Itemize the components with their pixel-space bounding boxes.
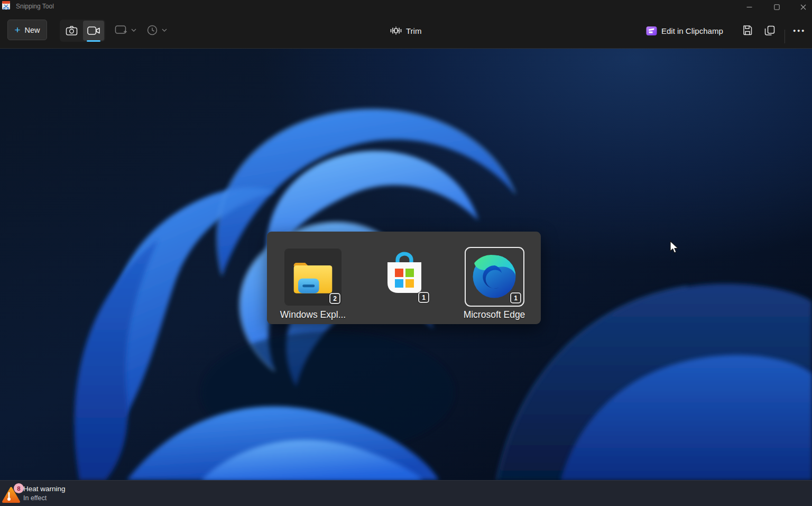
camera-icon <box>66 25 78 36</box>
photo-mode-button[interactable] <box>61 21 82 41</box>
video-mode-button[interactable] <box>83 21 104 41</box>
switcher-item-windows-explorer[interactable]: 2 <box>284 249 342 306</box>
snipping-tool-icon <box>2 1 11 11</box>
switcher-item-microsoft-edge[interactable]: 1 <box>465 247 524 307</box>
switcher-item-label: Windows Expl... <box>255 309 371 320</box>
close-icon <box>800 4 806 10</box>
trim-icon <box>390 25 402 36</box>
chevron-down-icon <box>131 29 136 32</box>
weather-widget[interactable]: 8 Heat warning In effect <box>0 481 111 506</box>
trim-button[interactable]: Trim <box>384 20 428 41</box>
snipping-toolbar: + New <box>0 13 812 49</box>
save-button[interactable] <box>738 21 757 40</box>
chevron-down-icon <box>162 29 167 32</box>
capture-mode-toggle <box>60 20 105 42</box>
edit-in-clipchamp-button[interactable]: Edit in Clipchamp <box>641 20 728 41</box>
copy-icon-button[interactable] <box>760 21 779 40</box>
clipchamp-icon <box>646 25 657 36</box>
plus-icon: + <box>14 25 20 35</box>
copy-icon <box>764 25 775 36</box>
trim-label: Trim <box>406 26 421 35</box>
close-button[interactable] <box>791 0 812 14</box>
ellipsis-icon: ●●● <box>793 28 806 33</box>
new-button-label: New <box>25 26 40 34</box>
snip-shape-dropdown[interactable] <box>115 24 136 36</box>
capture-preview: 2 Windows Expl... 1 <box>0 49 812 480</box>
minimize-button[interactable] <box>737 0 761 14</box>
window-count-badge: 1 <box>418 292 429 303</box>
save-icon <box>742 25 753 36</box>
delay-dropdown[interactable] <box>146 24 167 36</box>
weather-alert-badge: 8 <box>14 483 24 493</box>
minimize-icon <box>746 4 752 10</box>
weather-title: Heat warning <box>23 485 66 493</box>
switcher-item-label: Microsoft Edge <box>436 309 552 320</box>
app-switcher-overlay: 2 Windows Expl... 1 <box>267 232 541 324</box>
video-camera-icon <box>87 26 100 35</box>
window-count-badge: 2 <box>329 293 340 304</box>
window-count-badge: 1 <box>510 292 521 303</box>
taskbar: 8 Heat warning In effect <box>0 480 812 506</box>
file-explorer-icon <box>292 260 334 295</box>
maximize-icon <box>774 4 780 10</box>
weather-subtitle: In effect <box>23 494 47 502</box>
titlebar: Snipping Tool <box>0 0 812 13</box>
switcher-item-microsoft-store[interactable]: 1 <box>379 252 430 302</box>
more-options-button[interactable]: ●●● <box>790 21 809 40</box>
toolbar-divider <box>785 30 785 43</box>
maximize-button[interactable] <box>764 0 789 14</box>
snipping-tool-window: Snipping Tool + New <box>0 0 812 506</box>
delay-clock-icon <box>146 24 158 36</box>
new-capture-button[interactable]: + New <box>7 20 47 40</box>
window-title: Snipping Tool <box>16 0 54 13</box>
snip-shape-icon <box>115 24 127 36</box>
clipchamp-label: Edit in Clipchamp <box>661 26 723 35</box>
mouse-cursor <box>667 240 681 255</box>
selected-mode-indicator <box>87 40 100 42</box>
